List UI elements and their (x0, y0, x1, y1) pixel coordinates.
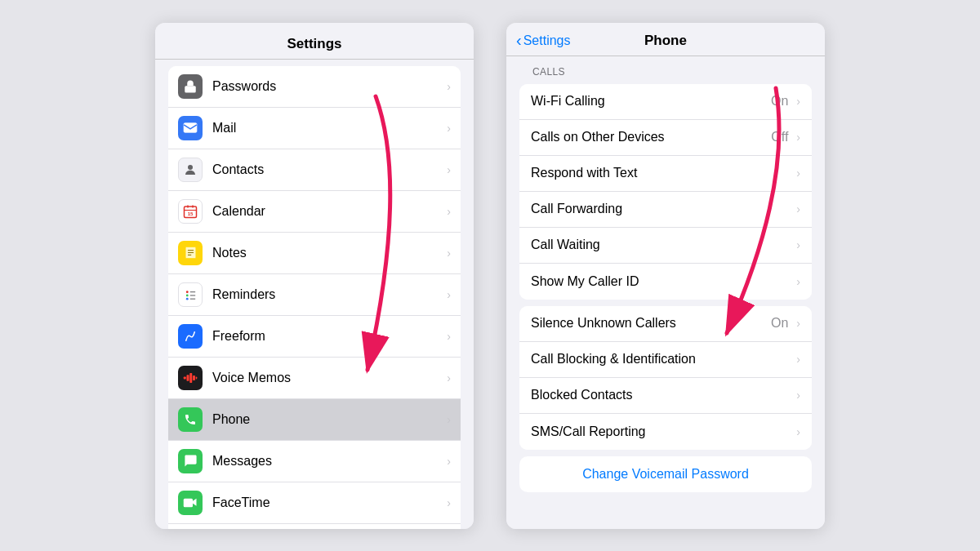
respond-text-label: Respond with Text (531, 166, 793, 180)
contacts-label: Contacts (212, 162, 443, 177)
svg-rect-0 (185, 86, 196, 92)
facetime-icon (178, 491, 203, 515)
reminders-icon (178, 282, 203, 307)
blocked-contacts-chevron: › (796, 389, 800, 402)
passwords-icon (178, 74, 203, 99)
freeform-chevron: › (447, 330, 451, 343)
messages-label: Messages (212, 454, 443, 469)
blocked-contacts-label: Blocked Contacts (531, 388, 793, 402)
svg-rect-19 (187, 375, 189, 381)
svg-rect-23 (184, 498, 193, 507)
call-blocking-chevron: › (796, 353, 800, 366)
passwords-chevron: › (447, 80, 451, 93)
call-forwarding-label: Call Forwarding (531, 202, 793, 216)
sms-reporting-item[interactable]: SMS/Call Reporting › (519, 414, 812, 450)
calls-other-devices-value: Off (771, 130, 788, 144)
svg-rect-22 (196, 376, 198, 379)
settings-item-calendar[interactable]: 15 Calendar › (168, 191, 461, 233)
call-blocking-label: Call Blocking & Identification (531, 352, 793, 367)
blocked-contacts-item[interactable]: Blocked Contacts › (519, 378, 812, 414)
call-forwarding-item[interactable]: Call Forwarding › (519, 192, 812, 228)
calendar-icon: 15 (178, 199, 203, 224)
phone-chevron: › (447, 413, 451, 426)
back-chevron-icon: ‹ (516, 31, 522, 50)
respond-text-chevron: › (796, 167, 800, 180)
freeform-icon (178, 324, 203, 349)
phone-label: Phone (212, 412, 443, 427)
settings-item-contacts[interactable]: Contacts › (168, 149, 461, 191)
phone-header: ‹ Settings Phone (506, 23, 825, 56)
call-waiting-item[interactable]: Call Waiting › (519, 228, 812, 264)
calls-section-label: CALLS (506, 63, 825, 81)
settings-item-safari[interactable]: Safari › (168, 524, 461, 529)
mail-icon (178, 116, 203, 140)
call-waiting-chevron: › (796, 238, 800, 251)
settings-header: Settings (155, 23, 474, 60)
show-caller-id-item[interactable]: Show My Caller ID › (519, 264, 812, 300)
svg-point-2 (188, 165, 193, 170)
settings-item-passwords[interactable]: Passwords › (168, 66, 461, 108)
svg-rect-21 (193, 375, 195, 380)
settings-item-notes[interactable]: Notes › (168, 233, 461, 274)
voicememo-icon (178, 366, 203, 390)
calendar-label: Calendar (212, 204, 443, 219)
calls-other-devices-item[interactable]: Calls on Other Devices Off › (519, 120, 812, 156)
phone-title: Phone (644, 33, 687, 49)
settings-item-messages[interactable]: Messages › (168, 441, 461, 482)
show-caller-id-label: Show My Caller ID (531, 274, 793, 289)
notes-icon (178, 241, 203, 265)
passwords-label: Passwords (212, 79, 443, 94)
right-phone-panel: ‹ Settings Phone CALLS Wi-Fi Calling On … (506, 23, 825, 529)
svg-rect-18 (184, 376, 186, 379)
messages-chevron: › (447, 455, 451, 468)
settings-group-main: Passwords › Mail › Contacts › (168, 66, 461, 529)
silence-unknown-value: On (771, 316, 788, 331)
wifi-calling-item[interactable]: Wi-Fi Calling On › (519, 84, 812, 120)
silence-unknown-label: Silence Unknown Callers (531, 316, 771, 331)
respond-text-item[interactable]: Respond with Text › (519, 156, 812, 192)
silence-unknown-chevron: › (796, 317, 800, 330)
wifi-calling-chevron: › (796, 95, 800, 108)
svg-text:15: 15 (188, 211, 194, 216)
phone-settings-list: CALLS Wi-Fi Calling On › Calls on Other … (506, 56, 825, 529)
contacts-chevron: › (447, 163, 451, 176)
svg-rect-20 (189, 373, 192, 383)
settings-item-mail[interactable]: Mail › (168, 108, 461, 149)
calls-other-devices-chevron: › (796, 131, 800, 144)
voicememo-label: Voice Memos (212, 371, 443, 385)
wifi-calling-value: On (771, 94, 788, 109)
svg-point-13 (185, 295, 188, 297)
calls-group: Wi-Fi Calling On › Calls on Other Device… (519, 84, 812, 300)
reminders-label: Reminders (212, 287, 443, 302)
freeform-label: Freeform (212, 329, 443, 344)
change-voicemail-button[interactable]: Change Voicemail Password (519, 456, 812, 492)
reminders-chevron: › (447, 288, 451, 301)
phone-icon (178, 407, 203, 432)
sms-reporting-label: SMS/Call Reporting (531, 424, 793, 439)
call-forwarding-chevron: › (796, 202, 800, 216)
mail-label: Mail (212, 121, 443, 136)
silence-unknown-item[interactable]: Silence Unknown Callers On › (519, 306, 812, 342)
settings-item-facetime[interactable]: FaceTime › (168, 482, 461, 524)
facetime-chevron: › (447, 496, 451, 509)
left-settings-panel: Settings Passwords › Mail › (155, 23, 474, 529)
facetime-label: FaceTime (212, 495, 443, 510)
settings-item-phone[interactable]: Phone › (168, 399, 461, 441)
messages-icon (178, 449, 203, 473)
svg-rect-1 (184, 123, 197, 133)
call-waiting-label: Call Waiting (531, 238, 793, 252)
other-group: Silence Unknown Callers On › Call Blocki… (519, 306, 812, 450)
settings-item-freeform[interactable]: Freeform › (168, 316, 461, 358)
settings-item-voicememo[interactable]: Voice Memos › (168, 358, 461, 399)
back-button[interactable]: ‹ Settings (516, 31, 570, 50)
show-caller-id-chevron: › (796, 275, 800, 288)
svg-point-14 (185, 298, 188, 300)
settings-list: Passwords › Mail › Contacts › (155, 60, 474, 529)
voicemail-group: Change Voicemail Password (519, 456, 812, 492)
voicememo-chevron: › (447, 371, 451, 384)
change-voicemail-label: Change Voicemail Password (582, 467, 749, 482)
settings-item-reminders[interactable]: Reminders › (168, 274, 461, 316)
notes-chevron: › (447, 247, 451, 260)
calendar-chevron: › (447, 205, 451, 218)
call-blocking-item[interactable]: Call Blocking & Identification › (519, 342, 812, 378)
